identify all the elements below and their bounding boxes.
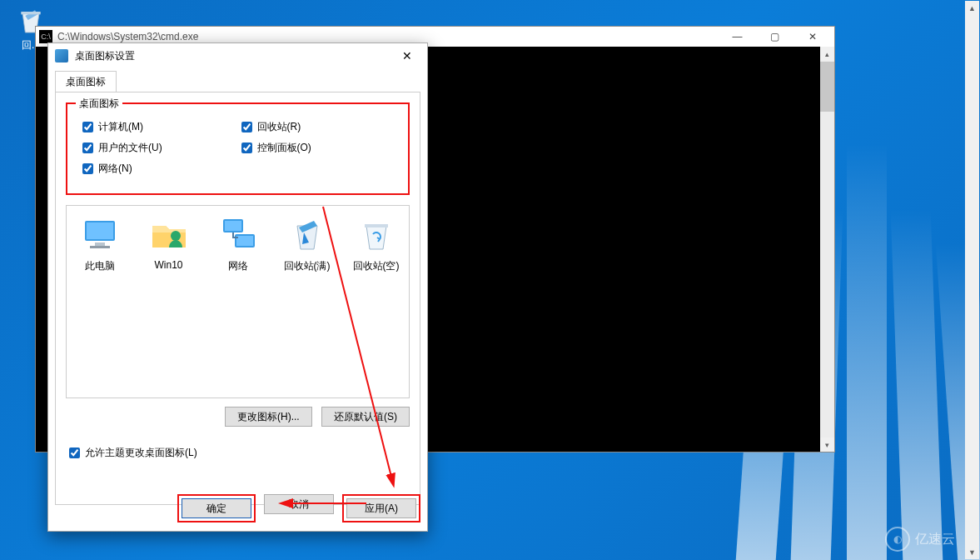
- icon-label: Win10: [141, 259, 196, 271]
- checkbox-user-files[interactable]: 用户的文件(U): [79, 140, 238, 156]
- svg-rect-3: [95, 242, 105, 246]
- cancel-button[interactable]: 取消: [264, 494, 334, 514]
- svg-rect-10: [365, 224, 388, 228]
- icon-user-folder[interactable]: Win10: [141, 214, 196, 271]
- desktop: 回... ▲ ▼ ◐ 亿速云 C:\ C:\Windows\System32\c…: [0, 0, 980, 560]
- watermark-text: 亿速云: [915, 531, 955, 548]
- tab-page: 桌面图标 计算机(M) 用户的文件(U) 网络(N) 回收站(R) 控制面板(O…: [55, 92, 420, 505]
- checkbox-control-panel[interactable]: 控制面板(O): [238, 140, 397, 156]
- highlight-ok: 确定: [177, 494, 256, 522]
- minimize-button[interactable]: ―: [719, 27, 756, 47]
- page-scrollbar[interactable]: ▲ ▼: [965, 1, 979, 559]
- icon-label: 此电脑: [72, 259, 127, 273]
- cmd-title-text: C:\Windows\System32\cmd.exe: [57, 31, 198, 42]
- cmd-scroll-up[interactable]: ▴: [820, 47, 834, 61]
- icon-recycle-empty[interactable]: 回收站(空): [348, 214, 404, 273]
- apply-button[interactable]: 应用(A): [346, 498, 416, 518]
- tab-strip: 桌面图标: [55, 70, 420, 92]
- user-folder-icon: [149, 214, 189, 254]
- recycle-empty-icon: [356, 214, 396, 254]
- dialog-title: 桌面图标设置: [75, 49, 135, 63]
- cmd-scroll-down[interactable]: ▾: [820, 438, 834, 452]
- icon-label: 网络: [210, 259, 266, 273]
- groupbox-desktop-icons: 桌面图标 计算机(M) 用户的文件(U) 网络(N) 回收站(R) 控制面板(O…: [66, 102, 410, 195]
- network-icon: [218, 214, 258, 254]
- icon-label: 回收站(空): [348, 259, 404, 273]
- close-button[interactable]: ✕: [793, 27, 831, 47]
- cmd-scrollbar[interactable]: ▴ ▾: [820, 47, 834, 452]
- dialog-titlebar[interactable]: 桌面图标设置 ✕: [48, 43, 427, 68]
- scroll-down-arrow[interactable]: ▼: [965, 545, 979, 559]
- svg-rect-9: [236, 236, 253, 246]
- maximize-button[interactable]: ▢: [756, 27, 793, 47]
- change-icon-button[interactable]: 更改图标(H)...: [225, 407, 312, 427]
- watermark: ◐ 亿速云: [885, 527, 955, 552]
- svg-rect-7: [225, 221, 241, 231]
- icon-network[interactable]: 网络: [210, 214, 266, 273]
- checkbox-network[interactable]: 网络(N): [79, 161, 238, 177]
- icon-preview-panel[interactable]: 此电脑 Win10 网络 回收站(满) 回收站(空): [66, 205, 410, 398]
- cmd-scroll-thumb[interactable]: [820, 62, 834, 112]
- scroll-up-arrow[interactable]: ▲: [965, 1, 979, 15]
- restore-defaults-button[interactable]: 还原默认值(S): [321, 407, 410, 427]
- icon-this-pc[interactable]: 此电脑: [72, 214, 127, 273]
- dialog-close-button[interactable]: ✕: [394, 46, 420, 66]
- desktop-icon-settings-dialog: 桌面图标设置 ✕ 桌面图标 桌面图标 计算机(M) 用户的文件(U) 网络(N)…: [47, 42, 428, 532]
- dialog-button-row: 确定 取消 应用(A): [55, 494, 420, 522]
- dialog-icon: [55, 49, 68, 62]
- checkbox-computer[interactable]: 计算机(M): [79, 119, 238, 135]
- this-pc-icon: [80, 214, 120, 254]
- recycle-full-icon: [287, 214, 327, 254]
- svg-rect-0: [21, 12, 40, 14]
- groupbox-title: 桌面图标: [76, 97, 122, 111]
- icon-recycle-full[interactable]: 回收站(满): [279, 214, 335, 273]
- checkbox-recycle-bin[interactable]: 回收站(R): [238, 119, 397, 135]
- highlight-apply: 应用(A): [342, 494, 420, 522]
- ok-button[interactable]: 确定: [182, 498, 251, 518]
- svg-rect-2: [87, 222, 113, 239]
- icon-label: 回收站(满): [279, 259, 335, 273]
- tab-desktop-icons[interactable]: 桌面图标: [55, 71, 117, 92]
- checkbox-allow-themes[interactable]: 允许主题更改桌面图标(L): [66, 445, 410, 461]
- svg-rect-4: [90, 246, 110, 248]
- svg-point-5: [171, 231, 181, 241]
- watermark-icon: ◐: [885, 527, 910, 552]
- cmd-icon: C:\: [39, 30, 52, 43]
